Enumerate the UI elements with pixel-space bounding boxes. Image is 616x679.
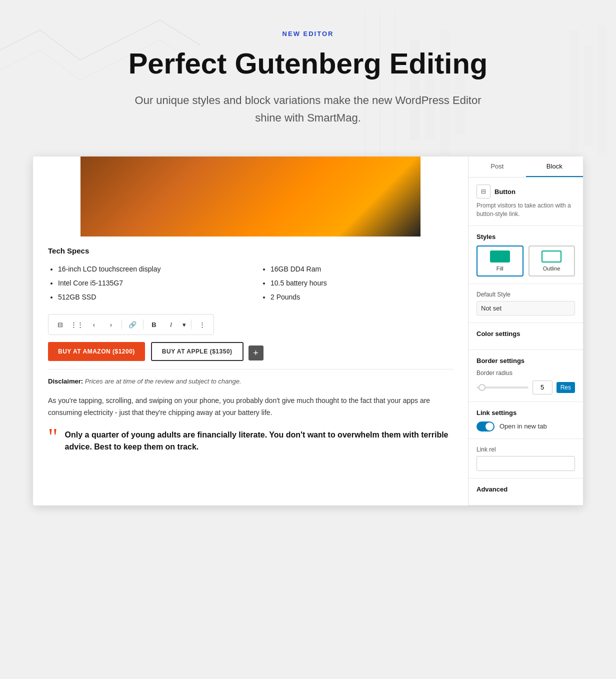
border-radius-label: Border radius xyxy=(476,370,575,376)
tech-specs-title: Tech Specs xyxy=(48,246,453,255)
style-fill-preview xyxy=(490,250,510,262)
style-fill-label: Fill xyxy=(496,266,504,272)
hero-section: NEW EDITOR Perfect Gutenberg Editing Our… xyxy=(0,0,616,146)
article-image xyxy=(80,156,420,236)
specs-grid: 16-inch LCD touchscreen display Intel Co… xyxy=(48,262,453,304)
block-icon: ⊟ xyxy=(476,184,490,198)
open-new-tab-row: Open in new tab xyxy=(476,422,575,432)
editor-sidebar: Post Block ⊟ Button Prompt visitors to t… xyxy=(468,156,583,506)
border-radius-row: Res xyxy=(476,380,575,394)
default-style-section: Default Style Not set xyxy=(468,284,583,323)
advanced-label: Advanced xyxy=(476,486,575,493)
tab-post[interactable]: Post xyxy=(468,156,526,177)
cta-buttons: BUY AT AMAZON ($1200) BUY AT APPLE ($135… xyxy=(48,342,244,361)
toolbar-arrow-right-btn[interactable]: › xyxy=(104,318,118,332)
blockquote-block: " Only a quarter of young adults are fin… xyxy=(48,429,453,453)
spec-item: 512GB SSD xyxy=(58,290,240,304)
toolbar-bold-btn[interactable]: B xyxy=(146,318,162,332)
link-rel-input[interactable] xyxy=(476,456,575,471)
editor-content: Tech Specs 16-inch LCD touchscreen displ… xyxy=(33,156,468,506)
block-info-section: ⊟ Button Prompt visitors to take action … xyxy=(468,178,583,226)
default-style-value: Not set xyxy=(476,301,575,316)
article-text: As you're tapping, scrolling, and swipin… xyxy=(48,395,453,419)
toolbar-grid-btn[interactable]: ⋮⋮ xyxy=(70,318,84,332)
link-rel-section: Link rel xyxy=(468,439,583,478)
quote-text: Only a quarter of young adults are finan… xyxy=(65,429,453,453)
style-options: Fill Outline xyxy=(476,246,575,276)
buy-apple-button[interactable]: BUY AT APPLE ($1350) xyxy=(151,342,244,361)
hero-subtitle: Our unique styles and block variations m… xyxy=(133,92,483,126)
block-description: Prompt visitors to take action with a bu… xyxy=(476,202,575,218)
styles-label: Styles xyxy=(476,233,575,240)
style-outline-label: Outline xyxy=(543,266,560,272)
buy-amazon-button[interactable]: BUY AT AMAZON ($1200) xyxy=(48,342,145,361)
add-block-button[interactable]: + xyxy=(248,346,264,360)
styles-section: Styles Fill Outline xyxy=(468,226,583,284)
open-new-tab-toggle[interactable] xyxy=(476,422,494,432)
toolbar-separator-2 xyxy=(143,320,144,330)
toggle-thumb xyxy=(486,422,494,430)
spec-item: 16GB DD4 Ram xyxy=(270,262,453,276)
link-rel-label: Link rel xyxy=(476,446,575,453)
border-settings-label: Border settings xyxy=(476,357,575,364)
color-settings-section: Color settings xyxy=(468,323,583,350)
spec-item: 10.5 battery hours xyxy=(270,276,453,290)
button-toolbar: ⊟ ⋮⋮ ‹ › 🔗 B I ▾ ⋮ xyxy=(48,314,214,335)
sidebar-tabs: Post Block xyxy=(468,156,583,178)
link-settings-section: Link settings Open in new tab xyxy=(468,402,583,439)
advanced-section: Advanced xyxy=(468,478,583,506)
color-settings-label: Color settings xyxy=(476,330,575,338)
link-settings-label: Link settings xyxy=(476,409,575,416)
toolbar-layout-btn[interactable]: ⊟ xyxy=(52,318,68,332)
specs-left-list: 16-inch LCD touchscreen display Intel Co… xyxy=(48,262,240,304)
specs-right-col: 16GB DD4 Ram 10.5 battery hours 2 Pounds xyxy=(260,262,453,304)
slider-thumb[interactable] xyxy=(478,384,486,391)
toolbar-link-btn[interactable]: 🔗 xyxy=(125,318,140,332)
quote-marks-icon: " xyxy=(48,425,58,449)
block-header: ⊟ Button xyxy=(476,184,575,198)
hero-title: Perfect Gutenberg Editing xyxy=(20,48,596,80)
default-style-label: Default Style xyxy=(476,291,575,298)
border-radius-slider[interactable] xyxy=(476,386,528,388)
specs-right-list: 16GB DD4 Ram 10.5 battery hours 2 Pounds xyxy=(260,262,453,304)
article-body: Tech Specs 16-inch LCD touchscreen displ… xyxy=(33,236,468,463)
border-radius-reset-button[interactable]: Res xyxy=(556,382,575,393)
toolbar-arrow-left-btn[interactable]: ‹ xyxy=(86,318,102,332)
spec-item: 16-inch LCD touchscreen display xyxy=(58,262,240,276)
hero-label: NEW EDITOR xyxy=(20,30,596,38)
disclaimer: Disclaimer: Prices are at time of the re… xyxy=(48,369,453,385)
spec-item: Intel Core i5-1135G7 xyxy=(58,276,240,290)
toolbar-separator xyxy=(122,320,122,330)
style-fill-option[interactable]: Fill xyxy=(476,246,524,276)
toolbar-separator-3 xyxy=(191,320,192,330)
disclaimer-text: Prices are at time of the review and sub… xyxy=(85,378,242,385)
spec-item: 2 Pounds xyxy=(270,290,453,304)
toolbar-italic-btn[interactable]: I xyxy=(164,318,178,332)
style-outline-preview xyxy=(542,250,562,262)
block-name: Button xyxy=(494,188,516,196)
border-settings-section: Border settings Border radius Res xyxy=(468,350,583,402)
toolbar-more-btn[interactable]: ⋮ xyxy=(194,318,210,332)
open-new-tab-label: Open in new tab xyxy=(500,422,547,430)
style-outline-option[interactable]: Outline xyxy=(528,246,576,276)
cta-row: BUY AT AMAZON ($1200) BUY AT APPLE ($135… xyxy=(48,342,453,364)
tab-block[interactable]: Block xyxy=(526,156,584,177)
border-radius-input[interactable] xyxy=(532,380,552,394)
editor-wrapper: Tech Specs 16-inch LCD touchscreen displ… xyxy=(33,156,583,506)
disclaimer-label: Disclaimer: xyxy=(48,378,83,385)
specs-left-col: 16-inch LCD touchscreen display Intel Co… xyxy=(48,262,240,304)
toolbar-dropdown-btn[interactable]: ▾ xyxy=(180,318,188,332)
